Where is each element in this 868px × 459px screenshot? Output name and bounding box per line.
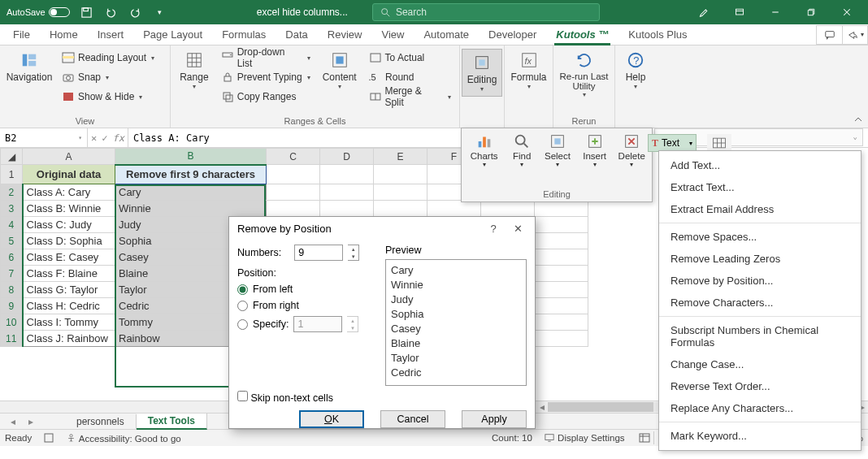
colhdr-E[interactable]: E: [374, 149, 427, 165]
rowhdr-2[interactable]: 2: [1, 184, 23, 201]
radio-from-right[interactable]: [237, 301, 248, 311]
numbers-spinner[interactable]: ▲▼: [348, 245, 359, 261]
rowhdr-11[interactable]: 11: [1, 331, 23, 347]
collapse-ribbon-icon[interactable]: [853, 115, 863, 124]
tab-review[interactable]: Review: [318, 24, 372, 45]
cell-header-b[interactable]: Remove first 9 characters: [115, 165, 267, 184]
name-box[interactable]: B2▾: [0, 128, 88, 147]
cell-A7[interactable]: Class F: Blaine: [23, 266, 115, 282]
cell-A10[interactable]: Class I: Tommy: [23, 314, 115, 331]
charts-button[interactable]: Charts▾: [465, 132, 503, 188]
ribbon-display-icon[interactable]: [722, 0, 757, 24]
cancel-formula-icon[interactable]: ✕: [91, 132, 97, 144]
sheet-tab-personnels[interactable]: personnels: [65, 414, 137, 429]
menu-extract-email[interactable]: Extract Email Address: [659, 198, 861, 220]
rowhdr-6[interactable]: 6: [1, 249, 23, 266]
redo-icon[interactable]: [125, 2, 146, 23]
menu-add-text[interactable]: Add Text...: [659, 154, 861, 176]
cancel-button[interactable]: Cancel: [380, 410, 445, 428]
find-button[interactable]: Find▾: [506, 132, 537, 188]
tab-data[interactable]: Data: [276, 24, 317, 45]
cell-A5[interactable]: Class D: Sophia: [23, 233, 115, 249]
tab-view[interactable]: View: [371, 24, 414, 45]
snap-button[interactable]: Snap▾: [59, 68, 158, 86]
rowhdr-3[interactable]: 3: [1, 201, 23, 217]
menu-remove-position[interactable]: Remove by Position...: [659, 270, 861, 292]
menu-replace-any[interactable]: Replace Any Characters...: [659, 397, 861, 419]
tab-file[interactable]: File: [3, 24, 40, 45]
colhdr-C[interactable]: C: [267, 149, 320, 165]
menu-subscript[interactable]: Subscript Numbers in Chemical Formulas: [659, 319, 861, 353]
range-button[interactable]: Range▾: [176, 49, 213, 92]
save-icon[interactable]: [76, 2, 98, 23]
skip-checkbox[interactable]: [237, 391, 248, 401]
spin-up-icon[interactable]: ▲: [348, 245, 358, 253]
skip-checkbox-row[interactable]: Skip non-text cells: [237, 392, 333, 404]
pen-icon[interactable]: [686, 0, 722, 24]
copy-ranges-button[interactable]: Copy Ranges: [218, 88, 314, 106]
show-hide-button[interactable]: Show & Hide▾: [59, 88, 158, 106]
tab-page-layout[interactable]: Page Layout: [133, 24, 212, 45]
formula-button[interactable]: fx Formula▾: [506, 49, 551, 92]
undo-icon[interactable]: [101, 2, 122, 23]
radio-from-left[interactable]: [237, 284, 248, 295]
enter-formula-icon[interactable]: ✓: [102, 132, 107, 144]
to-actual-button[interactable]: To Actual: [366, 49, 454, 67]
search-box[interactable]: Search: [372, 3, 600, 21]
tab-automate[interactable]: Automate: [414, 24, 479, 45]
share-icon[interactable]: ▾: [842, 25, 868, 45]
cell-A4[interactable]: Class C: Judy: [23, 217, 115, 233]
close-icon[interactable]: [829, 0, 865, 24]
reading-layout-button[interactable]: Reading Layout▾: [59, 49, 158, 67]
editing-button[interactable]: Editing▾: [462, 49, 502, 97]
navigation-button[interactable]: Navigation: [5, 49, 54, 84]
rowhdr-5[interactable]: 5: [1, 233, 23, 249]
tab-insert[interactable]: Insert: [88, 24, 134, 45]
merge-split-button[interactable]: Merge & Split▾: [366, 88, 454, 106]
rerun-button[interactable]: Re-run Last Utility▾: [555, 49, 613, 100]
tab-nav-prev-icon[interactable]: ◂: [5, 416, 21, 427]
menu-change-case[interactable]: Change Case...: [659, 353, 861, 375]
menu-mark-keyword[interactable]: Mark Keyword...: [659, 425, 861, 447]
tab-formulas[interactable]: Formulas: [212, 24, 276, 45]
cell-A8[interactable]: Class G: Taylor: [23, 282, 115, 298]
minimize-icon[interactable]: [757, 0, 793, 24]
cell-A2[interactable]: Class A: Cary: [23, 184, 115, 201]
rowhdr-8[interactable]: 8: [1, 282, 23, 298]
spin-down-icon[interactable]: ▼: [348, 253, 358, 260]
dialog-close-icon[interactable]: ✕: [506, 217, 530, 240]
restore-icon[interactable]: [793, 0, 829, 24]
cell-B2[interactable]: Cary: [115, 184, 267, 201]
display-settings[interactable]: Display Settings: [544, 433, 625, 443]
cell-A6[interactable]: Class E: Casey: [23, 249, 115, 266]
rowhdr-10[interactable]: 10: [1, 314, 23, 331]
accessibility-status[interactable]: Accessibility: Good to go: [66, 433, 180, 444]
delete-button[interactable]: Delete▾: [614, 132, 649, 188]
insert-button[interactable]: Insert▾: [578, 132, 612, 188]
content-button[interactable]: Content▾: [319, 49, 361, 92]
cell-A9[interactable]: Class H: Cedric: [23, 298, 115, 314]
cell-B3[interactable]: Winnie: [115, 201, 267, 217]
formula-expand-icon[interactable]: ⌄: [853, 132, 857, 141]
menu-remove-spaces[interactable]: Remove Spaces...: [659, 226, 861, 248]
radio-specify[interactable]: [237, 319, 248, 330]
menu-extract-text[interactable]: Extract Text...: [659, 176, 861, 198]
comments-icon[interactable]: [816, 25, 842, 45]
macro-icon[interactable]: [43, 432, 54, 444]
colhdr-D[interactable]: D: [320, 149, 374, 165]
text-button[interactable]: T Text ▾: [648, 134, 697, 152]
autosave-toggle[interactable]: AutoSave: [3, 7, 73, 17]
prevent-typing-button[interactable]: Prevent Typing▾: [218, 68, 314, 86]
select-button[interactable]: Select▾: [540, 132, 575, 188]
rowhdr-9[interactable]: 9: [1, 298, 23, 314]
menu-remove-characters[interactable]: Remove Characters...: [659, 292, 861, 314]
dropdown-list-button[interactable]: Drop-down List▾: [218, 49, 314, 67]
sheet-tab-text-tools[interactable]: Text Tools: [137, 414, 207, 430]
cell-tools-button[interactable]: [707, 134, 731, 152]
autosave-toggle-switch[interactable]: [49, 7, 70, 17]
menu-reverse[interactable]: Reverse Text Order...: [659, 375, 861, 397]
cell-A3[interactable]: Class B: Winnie: [23, 201, 115, 217]
round-button[interactable]: .5 Round: [366, 68, 454, 86]
tab-kutools-plus[interactable]: Kutools Plus: [618, 24, 697, 45]
tab-developer[interactable]: Developer: [479, 24, 546, 45]
